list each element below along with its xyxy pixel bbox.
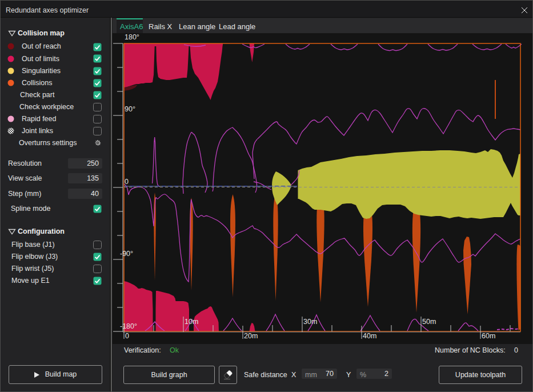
svg-text:30m: 30m — [303, 318, 317, 326]
svg-text:-90°: -90° — [120, 250, 133, 258]
svg-text:40m: 40m — [363, 332, 376, 340]
svg-text:20m: 20m — [244, 332, 258, 340]
svg-text:10m: 10m — [185, 318, 198, 326]
svg-text:180°: 180° — [125, 33, 139, 41]
svg-text:0: 0 — [125, 178, 129, 186]
svg-text:-180°: -180° — [120, 322, 137, 330]
svg-text:0: 0 — [125, 332, 129, 340]
svg-text:50m: 50m — [422, 318, 436, 326]
svg-text:60m: 60m — [482, 332, 495, 340]
svg-text:90°: 90° — [125, 105, 135, 113]
